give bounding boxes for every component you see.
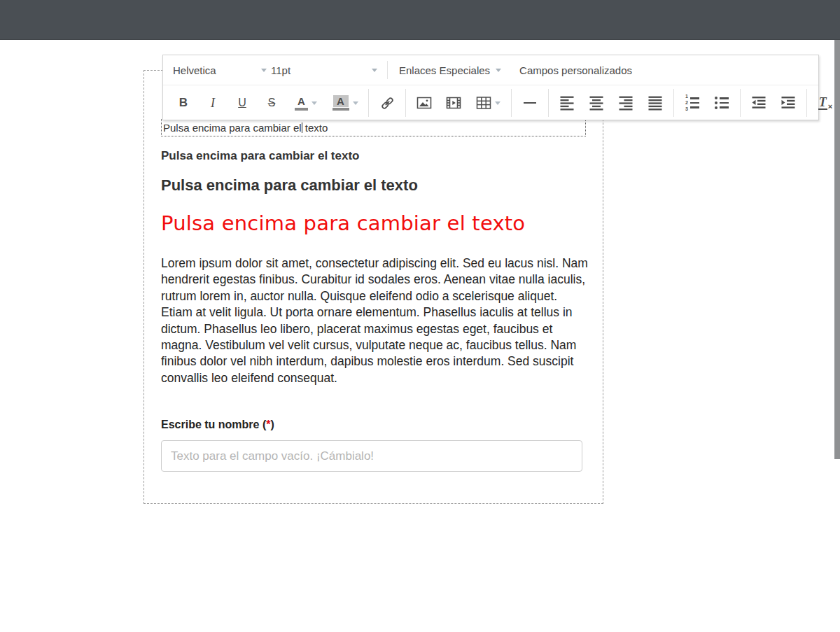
link-icon bbox=[380, 96, 395, 111]
richtext-toolbar: Helvetica 11pt Enlaces Especiales Campos… bbox=[162, 55, 819, 120]
align-right-button[interactable] bbox=[614, 91, 638, 115]
background-color-letter: A bbox=[337, 96, 344, 107]
chevron-down-icon bbox=[496, 69, 501, 72]
media-icon bbox=[446, 95, 461, 111]
underline-button[interactable]: U bbox=[230, 91, 254, 115]
text-color-button[interactable]: A bbox=[289, 91, 323, 115]
bold-button[interactable]: B bbox=[172, 91, 195, 115]
chevron-down-icon bbox=[261, 69, 267, 72]
toolbar-separator bbox=[548, 89, 549, 117]
text-color-icon: A bbox=[295, 96, 308, 111]
clear-formatting-T: T bbox=[818, 97, 827, 110]
horizontal-rule-icon bbox=[522, 95, 538, 111]
image-icon bbox=[416, 95, 432, 111]
text-color-bar bbox=[295, 108, 308, 111]
insert-table-button[interactable] bbox=[471, 91, 505, 115]
name-input[interactable] bbox=[161, 440, 582, 472]
font-size-value: 11pt bbox=[271, 64, 290, 76]
chevron-down-icon bbox=[312, 101, 317, 105]
ordered-list-button[interactable]: 1 2 3 bbox=[680, 91, 704, 115]
name-field-label-close: ) bbox=[270, 419, 274, 430]
editable-heading-medium[interactable]: Pulsa encima para cambiar el texto bbox=[161, 176, 418, 195]
name-field-label: Escribe tu nombre (*) bbox=[161, 419, 274, 431]
font-family-value: Helvetica bbox=[173, 64, 216, 76]
chevron-down-icon bbox=[495, 101, 500, 105]
align-center-button[interactable] bbox=[584, 91, 608, 115]
align-right-icon bbox=[618, 95, 634, 111]
insert-media-button[interactable] bbox=[442, 91, 465, 115]
background-color-button[interactable]: A bbox=[328, 91, 362, 115]
app-header-bar bbox=[0, 0, 840, 40]
table-icon bbox=[476, 95, 491, 111]
inline-edit-text-after: texto bbox=[302, 122, 328, 134]
bullet-list-icon bbox=[715, 97, 729, 109]
bullet-list-button[interactable] bbox=[710, 91, 734, 115]
ordered-list-icon: 1 2 3 bbox=[685, 94, 699, 111]
custom-fields-menu[interactable]: Campos personalizados bbox=[519, 64, 632, 76]
justify-button[interactable] bbox=[643, 91, 667, 115]
inline-edit-text-before: Pulsa encima para cambiar el bbox=[163, 122, 302, 134]
align-left-icon bbox=[559, 95, 575, 111]
toolbar-row-dropdowns: Helvetica 11pt Enlaces Especiales Campos… bbox=[163, 55, 818, 85]
editable-paragraph[interactable]: Lorem ipsum dolor sit amet, consectetur … bbox=[161, 255, 589, 386]
insert-link-button[interactable] bbox=[375, 91, 399, 115]
outdent-button[interactable] bbox=[747, 91, 771, 115]
italic-button[interactable]: I bbox=[201, 91, 225, 115]
chevron-down-icon bbox=[353, 101, 358, 105]
toolbar-separator bbox=[387, 61, 388, 79]
ol-digit: 3 bbox=[685, 107, 688, 111]
chevron-down-icon bbox=[372, 69, 377, 72]
editable-heading-small[interactable]: Pulsa encima para cambiar el texto bbox=[161, 149, 359, 163]
editor-canvas: Pulsa encima para cambiar el texto Pulsa… bbox=[0, 0, 840, 632]
inline-text-edit-field[interactable]: Pulsa encima para cambiar el texto bbox=[161, 119, 586, 136]
name-field-label-text: Escribe tu nombre ( bbox=[161, 419, 266, 430]
special-links-label: Enlaces Especiales bbox=[399, 64, 490, 76]
ol-digit: 2 bbox=[685, 101, 688, 105]
align-left-button[interactable] bbox=[555, 91, 579, 115]
strikethrough-button[interactable]: S bbox=[260, 91, 284, 115]
indent-button[interactable] bbox=[776, 91, 800, 115]
font-size-select[interactable]: 11pt bbox=[271, 59, 382, 80]
toolbar-separator bbox=[368, 89, 369, 117]
background-color-icon: A bbox=[332, 95, 349, 111]
clear-formatting-button[interactable]: T × bbox=[813, 91, 837, 115]
editable-block-region: Pulsa encima para cambiar el texto Pulsa… bbox=[144, 70, 603, 504]
indent-icon bbox=[780, 95, 796, 111]
font-family-select[interactable]: Helvetica bbox=[173, 59, 271, 80]
toolbar-row-buttons: B I U S A A bbox=[163, 85, 818, 120]
toolbar-separator bbox=[740, 89, 741, 117]
toolbar-separator bbox=[806, 89, 807, 117]
justify-icon bbox=[648, 95, 663, 111]
ol-digit: 1 bbox=[685, 94, 688, 99]
toolbar-separator bbox=[405, 89, 406, 117]
align-center-icon bbox=[589, 95, 604, 111]
background-color-swatch: A bbox=[333, 95, 349, 107]
clear-formatting-icon: T × bbox=[818, 97, 832, 110]
clear-formatting-x: × bbox=[828, 103, 832, 110]
outdent-icon bbox=[751, 95, 766, 111]
toolbar-separator bbox=[511, 89, 512, 117]
insert-image-button[interactable] bbox=[412, 91, 436, 115]
editable-heading-red[interactable]: Pulsa encima para cambiar el texto bbox=[161, 211, 525, 235]
horizontal-rule-button[interactable] bbox=[518, 91, 542, 115]
toolbar-separator bbox=[673, 89, 674, 117]
custom-fields-label: Campos personalizados bbox=[519, 64, 632, 76]
background-color-bar bbox=[332, 108, 349, 111]
text-color-letter: A bbox=[298, 96, 305, 107]
special-links-menu[interactable]: Enlaces Especiales bbox=[399, 59, 501, 80]
